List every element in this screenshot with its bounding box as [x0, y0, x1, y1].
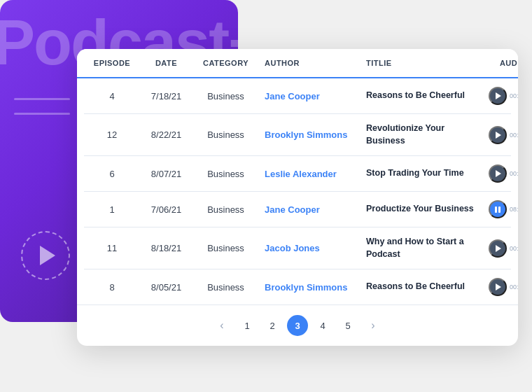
audio-time-2: 00:00	[510, 170, 518, 177]
cell-author[interactable]: Jane Cooper	[259, 83, 360, 110]
audio-bar-2: 00:00 🔊	[510, 170, 518, 178]
audio-player-0: 00:00 🔊	[489, 87, 518, 105]
cell-title: Reasons to Be Cheerful	[360, 272, 483, 302]
cell-audio: 00:00 🔊	[483, 270, 518, 304]
cell-audio: 00:00 🔊	[483, 156, 518, 191]
audio-time-1: 00:00	[510, 132, 518, 139]
play-icon	[496, 284, 501, 290]
cell-date: 8/22/21	[140, 121, 192, 148]
play-icon	[496, 170, 501, 177]
audio-play-button-2[interactable]	[489, 164, 507, 183]
table-body: 4 7/18/21 Business Jane Cooper Reasons t…	[77, 78, 518, 304]
audio-play-button-0[interactable]	[489, 87, 507, 105]
th-author: AUTHOR	[259, 49, 360, 77]
audio-bar-3: 08:32 🔊	[510, 206, 518, 214]
play-icon	[496, 245, 501, 252]
th-category: CATEGORY	[192, 49, 259, 77]
audio-play-button-1[interactable]	[489, 126, 507, 144]
cell-category: Business	[192, 234, 259, 262]
cell-episode: 6	[84, 160, 140, 188]
cell-episode: 8	[84, 274, 140, 301]
audio-bar-0: 00:00 🔊	[510, 92, 518, 100]
audio-time-4: 00:00	[510, 245, 518, 252]
cell-episode: 12	[84, 121, 140, 148]
bg-line-1	[14, 98, 70, 100]
page-5-button[interactable]: 5	[337, 315, 358, 336]
background-play-circle	[21, 231, 70, 280]
cell-date: 7/06/21	[140, 196, 192, 223]
audio-player-3: 08:32 🔊	[489, 200, 518, 218]
cell-audio: 00:00 🔊	[483, 231, 518, 266]
audio-player-1: 00:00 🔊	[489, 126, 518, 144]
cell-category: Business	[192, 274, 259, 301]
audio-play-button-4[interactable]	[489, 239, 507, 258]
audio-time-0: 00:00	[510, 92, 518, 99]
prev-page-button[interactable]: ‹	[211, 315, 232, 336]
table-row: 1 7/06/21 Business Jane Cooper Productiz…	[84, 192, 511, 227]
cell-title: Productize Your Business	[360, 195, 483, 224]
cell-author[interactable]: Jane Cooper	[259, 196, 360, 223]
table-row: 4 7/18/21 Business Jane Cooper Reasons t…	[84, 78, 511, 114]
cell-audio: 00:00 🔊	[483, 118, 518, 153]
cell-audio: 00:00 🔊	[483, 78, 518, 113]
pause-icon	[495, 206, 500, 213]
th-audio: AUDIO PLAYER	[483, 49, 518, 77]
cell-audio: 08:32 🔊	[483, 192, 518, 227]
page-3-button[interactable]: 3	[287, 315, 308, 336]
cell-episode: 1	[84, 196, 140, 223]
cell-author[interactable]: Brooklyn Simmons	[259, 121, 360, 148]
play-icon	[496, 92, 501, 99]
page-4-button[interactable]: 4	[312, 315, 333, 336]
play-icon	[496, 132, 501, 139]
table-row: 6 8/07/21 Business Leslie Alexander Stop…	[84, 156, 511, 192]
podcast-table-card: EPISODE DATE CATEGORY AUTHOR TITLIE AUDI…	[77, 49, 518, 346]
audio-play-button-5[interactable]	[489, 278, 507, 296]
audio-bar-1: 00:00 🔊	[510, 131, 518, 139]
audio-player-4: 00:00 🔊	[489, 239, 518, 258]
cell-author[interactable]: Leslie Alexander	[259, 160, 360, 188]
cell-episode: 4	[84, 83, 140, 110]
table-row: 11 8/18/21 Business Jacob Jones Why and …	[84, 227, 511, 270]
cell-date: 7/18/21	[140, 83, 192, 110]
cell-category: Business	[192, 121, 259, 148]
th-title: TITLIE	[360, 49, 483, 77]
page-2-button[interactable]: 2	[262, 315, 283, 336]
cell-author[interactable]: Brooklyn Simmons	[259, 274, 360, 301]
audio-player-2: 00:00 🔊	[489, 164, 518, 183]
background-play-icon	[40, 246, 55, 265]
cell-date: 8/05/21	[140, 274, 192, 301]
audio-bar-4: 00:00 🔊	[510, 244, 518, 252]
cell-title: Reasons to Be Cheerful	[360, 81, 483, 111]
th-date: DATE	[140, 49, 192, 77]
background-lines	[14, 98, 70, 115]
cell-episode: 11	[84, 234, 140, 262]
audio-time-5: 00:00	[510, 284, 518, 290]
cell-category: Business	[192, 160, 259, 188]
audio-player-5: 00:00 🔊	[489, 278, 518, 296]
next-page-button[interactable]: ›	[363, 315, 384, 336]
audio-time-3: 08:32	[510, 206, 518, 213]
cell-title: Revolutionize Your Business	[360, 114, 483, 155]
table-header: EPISODE DATE CATEGORY AUTHOR TITLIE AUDI…	[77, 49, 518, 78]
pagination: ‹ 1 2 3 4 5 ›	[77, 304, 518, 346]
cell-category: Business	[192, 83, 259, 110]
page-1-button[interactable]: 1	[237, 315, 258, 336]
cell-title: Why and How to Start a Podcast	[360, 227, 483, 269]
cell-title: Stop Trading Your Time	[360, 159, 483, 188]
th-episode: EPISODE	[84, 49, 140, 77]
cell-category: Business	[192, 196, 259, 223]
cell-date: 8/18/21	[140, 234, 192, 262]
cell-author[interactable]: Jacob Jones	[259, 234, 360, 262]
table-row: 8 8/05/21 Business Brooklyn Simmons Reas…	[84, 270, 511, 304]
audio-play-button-3[interactable]	[489, 200, 507, 218]
audio-bar-5: 00:00 🔊	[510, 284, 518, 291]
cell-date: 8/07/21	[140, 160, 192, 188]
bg-line-2	[14, 113, 70, 115]
table-row: 12 8/22/21 Business Brooklyn Simmons Rev…	[84, 114, 511, 156]
